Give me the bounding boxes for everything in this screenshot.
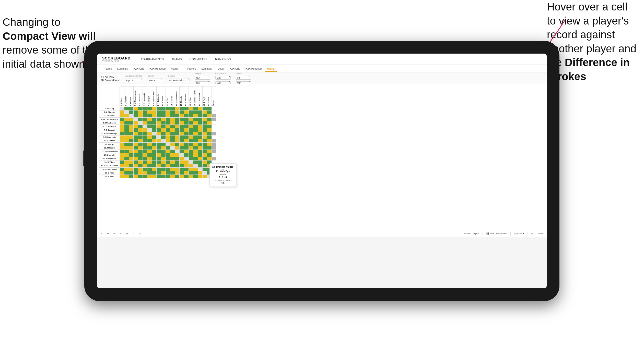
table-row[interactable]: 1. W Ding — [99, 107, 216, 110]
cell-r3-c15[interactable] — [189, 118, 193, 121]
cell-r0-c13[interactable] — [180, 107, 184, 110]
cell-r8-c17[interactable] — [198, 135, 203, 139]
cell-r10-c1[interactable] — [124, 143, 129, 146]
filter-division-select[interactable]: NCAA Division I — [168, 79, 190, 82]
cell-r16-c2[interactable] — [129, 164, 134, 168]
cell-r15-c4[interactable] — [138, 160, 143, 164]
cell-r12-c18[interactable] — [203, 150, 207, 153]
cell-r0-c20[interactable] — [212, 107, 216, 110]
cell-r7-c11[interactable] — [170, 132, 175, 135]
cell-r1-c8[interactable] — [157, 110, 161, 114]
cell-r12-c14[interactable] — [184, 150, 189, 153]
cell-r17-c5[interactable] — [143, 168, 147, 171]
cell-r11-c15[interactable] — [189, 146, 193, 150]
cell-r6-c17[interactable] — [198, 128, 203, 132]
cell-r16-c11[interactable] — [170, 164, 175, 168]
cell-r13-c3[interactable] — [134, 153, 138, 157]
cell-r10-c7[interactable] — [152, 143, 157, 146]
cell-r14-c16[interactable] — [193, 157, 198, 160]
tab-h2h-heatmap-left[interactable]: H2H Heatmap — [147, 66, 168, 72]
cell-r3-c9[interactable] — [161, 118, 166, 121]
cell-r14-c8[interactable] — [157, 157, 161, 160]
full-view-option[interactable]: Full View — [101, 76, 120, 78]
cell-r16-c18[interactable] — [203, 164, 207, 168]
cell-r9-c15[interactable] — [189, 139, 193, 143]
cell-r11-c6[interactable] — [147, 146, 152, 150]
cell-r7-c4[interactable] — [138, 132, 143, 135]
view-original-button[interactable]: ⊙ View: Original — [463, 232, 480, 235]
cell-r6-c1[interactable] — [124, 128, 129, 132]
cell-r12-c11[interactable] — [170, 150, 175, 153]
cell-r15-c2[interactable] — [129, 160, 134, 164]
cell-r8-c6[interactable] — [147, 135, 152, 139]
cell-r12-c6[interactable] — [147, 150, 152, 153]
cell-r13-c13[interactable] — [180, 153, 184, 157]
nav-committee[interactable]: COMMITTEE — [190, 58, 208, 61]
cell-r3-c14[interactable] — [184, 118, 189, 121]
tab-players[interactable]: Players — [185, 66, 198, 72]
cell-r14-c2[interactable] — [129, 157, 134, 160]
cell-r14-c6[interactable] — [147, 157, 152, 160]
cell-r7-c7[interactable] — [152, 132, 157, 135]
cell-r13-c8[interactable] — [157, 153, 161, 157]
cell-r11-c10[interactable] — [166, 146, 170, 150]
cell-r2-c9[interactable] — [161, 114, 166, 118]
cell-r4-c4[interactable] — [138, 121, 143, 125]
cell-r19-c6[interactable] — [147, 175, 152, 178]
cell-r16-c16[interactable] — [193, 164, 198, 168]
tab-h2h-grid-right[interactable]: H2H Grid — [227, 66, 242, 72]
cell-r8-c16[interactable] — [193, 135, 198, 139]
info-button[interactable]: ⊙ — [138, 232, 142, 235]
cell-r10-c4[interactable] — [138, 143, 143, 146]
cell-r12-c17[interactable] — [198, 150, 203, 153]
cell-r6-c16[interactable] — [193, 128, 198, 132]
cell-r12-c1[interactable] — [124, 150, 129, 153]
filter-region-wrapper[interactable]: N/A — [195, 75, 210, 80]
cell-r1-c15[interactable] — [189, 110, 193, 114]
table-row[interactable]: 6. C Lamprecht — [99, 125, 216, 128]
cell-r5-c4[interactable] — [138, 125, 143, 128]
cell-r19-c2[interactable] — [129, 175, 134, 178]
cell-r11-c0[interactable] — [120, 146, 124, 150]
compact-view-option[interactable]: Compact View — [101, 79, 120, 81]
cell-r19-c14[interactable] — [184, 175, 189, 178]
table-row[interactable]: 12. M Riedel — [99, 146, 216, 150]
cell-r2-c16[interactable] — [193, 114, 198, 118]
cell-r16-c0[interactable] — [120, 164, 124, 168]
cell-r9-c11[interactable] — [170, 139, 175, 143]
cell-r3-c10[interactable] — [166, 118, 170, 121]
cell-r5-c19[interactable] — [207, 125, 212, 128]
cell-r8-c1[interactable] — [124, 135, 129, 139]
cell-r2-c19[interactable] — [207, 114, 212, 118]
cell-r19-c7[interactable] — [152, 175, 157, 178]
cell-r19-c8[interactable] — [157, 175, 161, 178]
cell-r16-c9[interactable] — [161, 164, 166, 168]
cell-r17-c15[interactable] — [189, 168, 193, 171]
cell-r9-c13[interactable] — [180, 139, 184, 143]
cell-r8-c14[interactable] — [184, 135, 189, 139]
cell-r9-c20[interactable] — [212, 139, 216, 143]
cell-r3-c17[interactable] — [198, 118, 203, 121]
layout-button[interactable]: ⊞ — [530, 232, 534, 235]
cell-r1-c12[interactable] — [175, 110, 180, 114]
cell-r17-c6[interactable] — [147, 168, 152, 171]
filter-gender-wrapper[interactable]: Men's — [148, 78, 163, 82]
cell-r4-c3[interactable] — [134, 121, 138, 125]
cell-r9-c10[interactable] — [166, 139, 170, 143]
cell-r18-c17[interactable] — [198, 171, 203, 175]
cell-r14-c11[interactable] — [170, 157, 175, 160]
cell-r6-c2[interactable] — [129, 128, 134, 132]
cell-r6-c14[interactable] — [184, 128, 189, 132]
cell-r17-c8[interactable] — [157, 168, 161, 171]
cell-r15-c5[interactable] — [143, 160, 147, 164]
cell-r9-c14[interactable] — [184, 139, 189, 143]
cell-r6-c0[interactable] — [120, 128, 124, 132]
cell-r14-c13[interactable] — [180, 157, 184, 160]
cell-r11-c2[interactable] — [129, 146, 134, 150]
cell-r9-c0[interactable] — [120, 139, 124, 143]
cell-r18-c5[interactable] — [143, 171, 147, 175]
cell-r14-c15[interactable] — [189, 157, 193, 160]
cell-r19-c1[interactable] — [124, 175, 129, 178]
cell-r10-c13[interactable] — [180, 143, 184, 146]
cell-r10-c11[interactable] — [170, 143, 175, 146]
